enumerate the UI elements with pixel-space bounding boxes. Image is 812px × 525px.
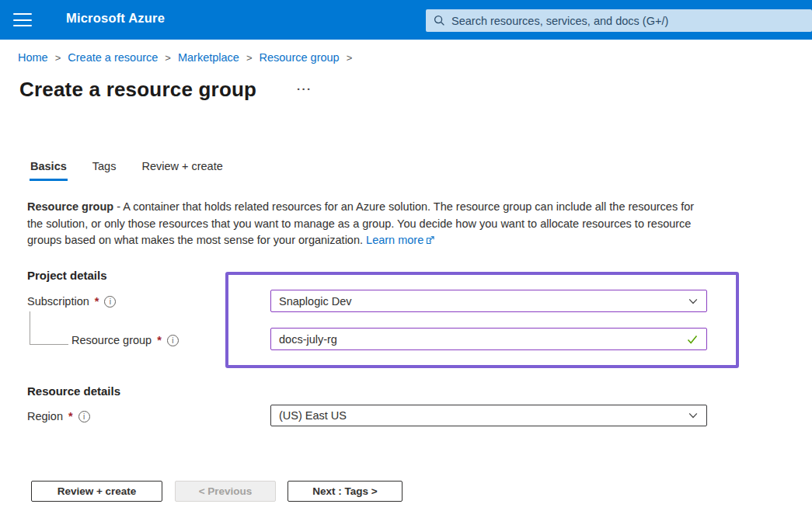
resource-group-label-row: Resource group * i	[71, 334, 179, 346]
subscription-label: Subscription	[27, 295, 89, 308]
chevron-down-icon	[688, 410, 699, 421]
global-search-box[interactable]	[426, 9, 812, 32]
breadcrumb-separator: >	[165, 52, 171, 64]
tab-basics[interactable]: Basics	[30, 160, 68, 181]
required-asterisk: *	[68, 410, 73, 422]
chevron-down-icon	[688, 296, 699, 307]
region-value: (US) East US	[279, 409, 688, 422]
breadcrumb-separator: >	[347, 52, 353, 64]
breadcrumb: Home > Create a resource > Marketplace >…	[18, 51, 352, 64]
search-icon	[434, 15, 445, 26]
resource-group-description: Resource group - A container that holds …	[27, 199, 705, 250]
region-label-row: Region * i	[27, 410, 90, 422]
more-options-ellipsis-icon[interactable]: ···	[297, 82, 312, 96]
required-asterisk: *	[95, 295, 99, 308]
page-title: Create a resource group	[19, 78, 256, 102]
subscription-label-row: Subscription * i	[27, 295, 116, 308]
breadcrumb-resource-group[interactable]: Resource group	[260, 51, 340, 64]
resource-group-label: Resource group	[71, 334, 152, 346]
hierarchy-connector-line	[30, 311, 68, 345]
annotation-highlight-box	[225, 272, 739, 368]
breadcrumb-separator: >	[55, 52, 61, 64]
azure-brand-link[interactable]: Microsoft Azure	[66, 11, 165, 26]
breadcrumb-separator: >	[246, 52, 253, 64]
subscription-value: Snaplogic Dev	[279, 295, 688, 308]
review-create-button[interactable]: Review + create	[31, 481, 162, 502]
region-dropdown[interactable]: (US) East US	[270, 405, 707, 426]
subscription-info-icon[interactable]: i	[104, 296, 116, 308]
description-lead: Resource group	[27, 200, 113, 213]
resource-group-input-box[interactable]	[270, 328, 707, 350]
project-details-heading: Project details	[27, 269, 107, 282]
required-asterisk: *	[157, 334, 162, 346]
breadcrumb-create-a-resource[interactable]: Create a resource	[68, 51, 158, 64]
breadcrumb-home[interactable]: Home	[18, 51, 48, 64]
next-tags-button[interactable]: Next : Tags >	[288, 481, 403, 502]
region-info-icon[interactable]: i	[78, 411, 90, 422]
learn-more-link[interactable]: Learn more	[366, 234, 423, 246]
tab-tags[interactable]: Tags	[92, 160, 117, 181]
resource-group-input[interactable]	[279, 333, 686, 346]
breadcrumb-marketplace[interactable]: Marketplace	[178, 51, 239, 64]
subscription-dropdown[interactable]: Snaplogic Dev	[270, 290, 707, 312]
resource-group-info-icon[interactable]: i	[167, 335, 179, 346]
top-bar: Microsoft Azure	[0, 0, 812, 40]
search-input[interactable]	[451, 15, 778, 27]
wizard-tabs: Basics Tags Review + create	[30, 160, 224, 181]
azure-create-resource-group-page: Microsoft Azure Home > Create a resource…	[0, 0, 812, 525]
description-body: - A container that holds related resourc…	[27, 200, 694, 246]
previous-button[interactable]: < Previous	[175, 481, 276, 502]
resource-details-heading: Resource details	[27, 384, 120, 398]
region-label: Region	[27, 410, 63, 422]
tab-review-create[interactable]: Review + create	[141, 160, 223, 181]
hamburger-menu-icon[interactable]	[13, 13, 32, 26]
external-link-icon	[426, 233, 435, 250]
validation-check-icon	[686, 333, 699, 346]
